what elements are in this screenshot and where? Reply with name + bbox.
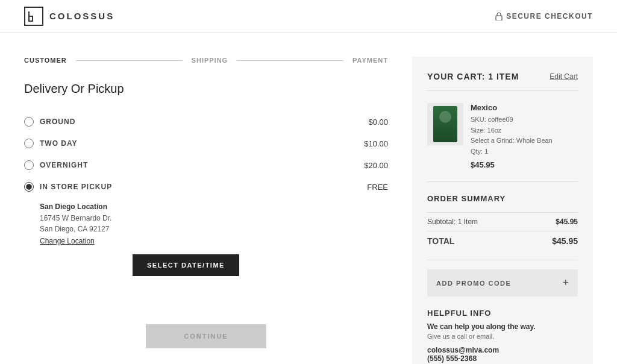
price-pickup: FREE [367, 183, 388, 192]
product-img-visual [433, 106, 457, 142]
product-grind: Select a Grind: Whole Bean [471, 136, 578, 146]
main-container: CUSTOMER SHIPPING PAYMENT Delivery Or Pi… [0, 33, 617, 364]
shipping-option-pickup: IN STORE PICKUP FREE [24, 176, 388, 198]
promo-label: ADD PROMO CODE [436, 280, 511, 287]
helpful-info-title: HELPFUL INFO [427, 309, 578, 318]
logo-text: COLOSSUS [49, 11, 114, 21]
label-overnight: OVERNIGHT [40, 161, 88, 169]
pickup-address2: San Diego, CA 92127 [40, 224, 388, 234]
price-ground: $0.00 [368, 118, 388, 127]
delivery-section-title: Delivery Or Pickup [24, 82, 388, 96]
logo: COLOSSUS [24, 7, 114, 26]
svg-rect-1 [496, 16, 502, 20]
shipping-option-twoday: TWO DAY $10.00 [24, 133, 388, 154]
change-location-link[interactable]: Change Location [40, 237, 95, 245]
pickup-address1: 16745 W Bernardo Dr. [40, 213, 388, 224]
label-pickup: IN STORE PICKUP [40, 183, 112, 191]
cart-item: Mexico SKU: coffee09 Size: 16oz Select a… [427, 103, 578, 182]
product-size: Size: 16oz [471, 125, 578, 136]
cart-header: YOUR CART: 1 ITEM Edit Cart [427, 72, 578, 91]
shipping-option-ground: GROUND $0.00 [24, 111, 388, 133]
pickup-location-name: San Diego Location [40, 202, 388, 211]
lock-icon [495, 12, 503, 20]
right-sidebar: YOUR CART: 1 ITEM Edit Cart Mexico SKU: … [412, 57, 593, 364]
step-customer: CUSTOMER [24, 57, 67, 64]
helpful-sub: Give us a call or email. [427, 333, 578, 340]
header: COLOSSUS SECURE CHECKOUT [0, 0, 617, 33]
subtotal-value: $45.95 [556, 218, 578, 226]
secure-checkout-label: SECURE CHECKOUT [506, 12, 593, 20]
promo-plus-icon: + [562, 277, 569, 289]
step-shipping: SHIPPING [192, 57, 228, 64]
radio-overnight[interactable] [24, 160, 34, 170]
secure-checkout: SECURE CHECKOUT [495, 12, 593, 20]
product-price: $45.95 [471, 160, 578, 169]
cart-title: YOUR CART: 1 ITEM [427, 72, 519, 81]
promo-section[interactable]: ADD PROMO CODE + [427, 269, 578, 297]
price-overnight: $20.00 [364, 161, 388, 170]
step-line-2 [237, 60, 343, 61]
product-sku: SKU: coffee09 [471, 115, 578, 125]
summary-total-row: TOTAL $45.95 [427, 231, 578, 251]
subtotal-label: Subtotal: 1 Item [427, 218, 478, 226]
continue-section: CONTINUE [24, 324, 388, 348]
order-summary-title: ORDER SUMMARY [427, 194, 578, 203]
label-ground: GROUND [40, 118, 75, 126]
step-payment: PAYMENT [352, 57, 388, 64]
price-twoday: $10.00 [364, 139, 388, 148]
left-content: CUSTOMER SHIPPING PAYMENT Delivery Or Pi… [24, 57, 388, 364]
pickup-info: San Diego Location 16745 W Bernardo Dr. … [40, 202, 388, 245]
radio-ground[interactable] [24, 117, 34, 127]
product-image [427, 103, 463, 145]
product-name: Mexico [471, 103, 578, 112]
helpful-phone: (555) 555-2368 [427, 354, 578, 363]
shipping-options: GROUND $0.00 TWO DAY $10.00 OVERNIGHT $2… [24, 111, 388, 276]
progress-steps: CUSTOMER SHIPPING PAYMENT [24, 57, 388, 64]
radio-twoday[interactable] [24, 139, 34, 148]
step-line-1 [76, 60, 183, 61]
helpful-tagline: We can help you along the way. [427, 322, 578, 331]
edit-cart-link[interactable]: Edit Cart [550, 72, 578, 81]
continue-button[interactable]: CONTINUE [146, 324, 266, 348]
svg-rect-0 [25, 7, 43, 25]
label-twoday: TWO DAY [40, 139, 78, 148]
shipping-option-overnight: OVERNIGHT $20.00 [24, 154, 388, 176]
product-details: Mexico SKU: coffee09 Size: 16oz Select a… [471, 103, 578, 169]
order-summary-section: ORDER SUMMARY Subtotal: 1 Item $45.95 TO… [427, 194, 578, 260]
helpful-info-section: HELPFUL INFO We can help you along the w… [427, 309, 578, 364]
select-datetime-button[interactable]: SELECT DATE/TIME [133, 254, 239, 276]
helpful-email: colossus@miva.com [427, 346, 578, 354]
total-label: TOTAL [427, 236, 454, 246]
total-value: $45.95 [552, 236, 578, 246]
radio-pickup[interactable] [24, 182, 34, 192]
product-qty: Qty: 1 [471, 146, 578, 157]
summary-subtotal-row: Subtotal: 1 Item $45.95 [427, 212, 578, 231]
logo-icon [24, 7, 43, 26]
